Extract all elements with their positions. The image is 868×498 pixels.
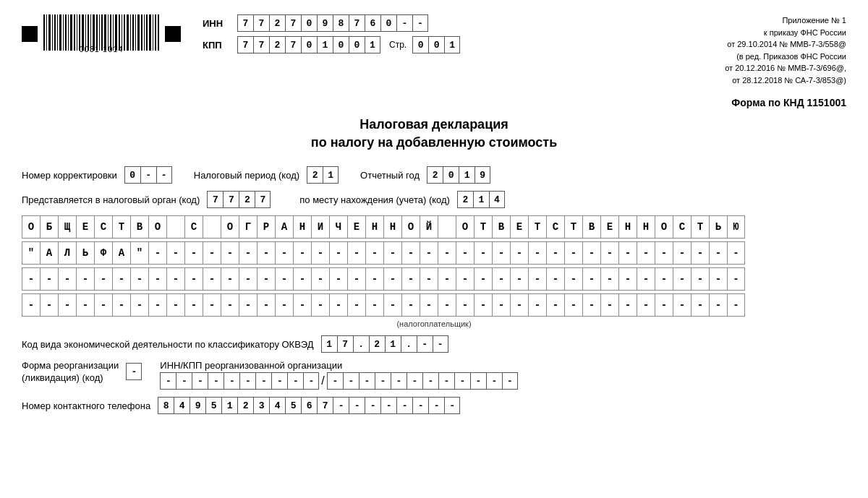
org-cell: - [94,293,112,317]
org-cell: - [239,293,257,317]
org-cell: - [329,241,347,265]
org-cell: С [546,215,564,239]
org-cell: - [203,241,221,265]
cell: 1 [459,166,475,184]
barcode-number: 0031 1014 [80,45,124,53]
cell: - [287,372,303,390]
org-cell: - [727,241,745,265]
black-square-right [165,26,181,42]
org-cell: - [691,241,709,265]
org-cell: Ь [709,215,727,239]
svg-rect-9 [68,14,69,51]
org-cell: В [130,215,148,239]
cell: - [391,372,407,390]
org-cell: - [94,267,112,291]
svg-rect-34 [137,14,140,51]
org-cell: В [492,215,510,239]
org-cell: - [203,267,221,291]
svg-rect-7 [63,14,64,51]
org-cell: О [655,215,673,239]
org-cell: - [275,293,293,317]
reorg-label2: (ликвидация) (код) [22,372,119,383]
cell: - [208,372,224,390]
inn-row: ИНН 7727098760-- [203,14,460,32]
svg-rect-38 [149,14,151,51]
svg-rect-3 [52,14,53,51]
org-cell: - [474,267,492,291]
cell: - [126,363,142,380]
cell: 7 [223,191,239,208]
appendix-line3: от 29.10.2014 № ММВ-7-3/558@ [725,38,846,51]
okved-row: Код вида экономической деятельности по к… [22,335,846,353]
kpp-row: КПП 772701001 Стр. 001 [203,36,460,53]
svg-rect-31 [130,14,131,51]
org-cell: - [293,293,311,317]
org-cell: - [383,241,401,265]
cell: - [365,397,380,414]
cell: - [470,372,486,390]
tax-organ-label: Представляется в налоговый орган (код) [22,194,200,205]
cell: 7 [255,191,271,208]
org-cell: - [691,293,709,317]
org-cell: - [148,241,166,265]
cell: 2 [457,191,473,208]
org-cell: - [329,293,347,317]
cell: - [433,335,448,353]
cell: 0 [428,36,444,53]
org-cell: - [130,293,148,317]
org-cell: Ф [94,241,112,265]
correction-row: Номер корректировки 0-- Налоговый период… [22,166,846,184]
cell: - [396,14,412,32]
org-cell [438,215,456,239]
org-cell: - [655,241,673,265]
org-cell: Т [691,215,709,239]
org-cell: - [546,267,564,291]
org-cell: - [347,267,365,291]
org-cell: Т [474,215,492,239]
cell: 6 [365,14,380,32]
cell: 0 [301,36,317,53]
org-cell: - [618,267,637,291]
org-cell: - [474,293,492,317]
svg-rect-12 [77,14,77,51]
org-cell: - [727,267,745,291]
cell: - [422,372,438,390]
org-cell: - [166,241,184,265]
org-cell: Н [637,215,655,239]
report-year-label: Отчетный год [360,170,420,181]
cell: 2 [237,397,253,414]
org-cell: - [184,293,203,317]
cell: - [502,372,518,390]
title-block: Налоговая декларация по налогу на добавл… [22,116,846,152]
org-cell: Ь [76,241,94,265]
appendix-line2: к приказу ФНС России [725,27,846,39]
org-cell: - [564,241,582,265]
org-cell: Ч [329,215,347,239]
svg-rect-4 [54,14,56,51]
cell: 2 [269,36,285,53]
cell: 7 [317,397,333,414]
org-cell: С [184,215,203,239]
org-cell: - [600,293,618,317]
cell: 4 [269,397,285,414]
org-cell: - [420,241,438,265]
svg-rect-36 [144,14,145,51]
org-name-row1: ОБЩЕСТВО С ОГРАНИЧЕННОЙ ОТВЕТСТВЕННОСТЬЮ [22,215,846,239]
org-cell: - [528,293,546,317]
cell: 0 [412,36,428,53]
cell: 0 [333,36,349,53]
org-cell: - [184,267,203,291]
org-cell: О [456,215,474,239]
cell: 0 [301,14,317,32]
svg-rect-29 [124,14,125,51]
cell: - [428,397,444,414]
cell: 5 [205,397,221,414]
org-cell: Н [293,215,311,239]
cell: 7 [285,36,301,53]
cell: - [160,372,176,390]
org-cell: - [709,241,727,265]
cell: 6 [301,397,317,414]
org-cell: - [275,267,293,291]
title-line2: по налогу на добавленную стоимость [311,135,557,150]
org-cell: - [492,267,510,291]
